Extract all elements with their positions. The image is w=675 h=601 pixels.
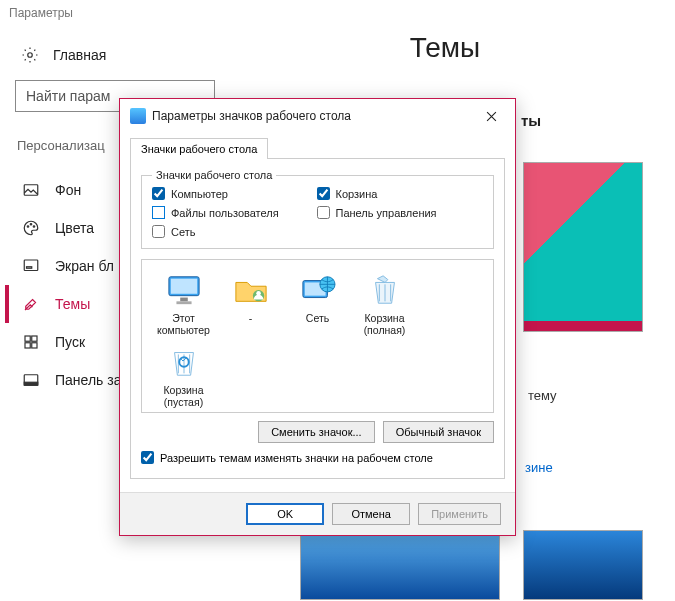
checkbox-label: Файлы пользователя	[171, 207, 279, 219]
icon-recyclebin-empty[interactable]: Корзина(пустая)	[150, 344, 217, 408]
icon-user-files[interactable]: -	[217, 272, 284, 336]
icon-label: Сеть	[306, 312, 329, 336]
tab-desktop-icons[interactable]: Значки рабочего стола	[130, 138, 268, 159]
restore-icon-button[interactable]: Обычный значок	[383, 421, 494, 443]
store-link-fragment[interactable]: зине	[525, 460, 553, 475]
sidebar-item-label: Цвета	[55, 220, 94, 236]
cancel-button[interactable]: Отмена	[332, 503, 410, 525]
change-icon-button[interactable]: Сменить значок...	[258, 421, 375, 443]
checkbox-input[interactable]	[152, 187, 165, 200]
icon-label: -	[249, 312, 253, 336]
sidebar-item-label: Экран бл	[55, 258, 114, 274]
checkbox-computer[interactable]: Компьютер	[152, 187, 313, 200]
checkbox-input[interactable]	[317, 187, 330, 200]
truncated-heading: ты	[521, 112, 541, 129]
themes-icon	[21, 295, 41, 313]
page-title: Темы	[220, 32, 670, 64]
checkbox-userfiles[interactable]: Файлы пользователя	[152, 206, 313, 219]
allow-themes-checkbox[interactable]: Разрешить темам изменять значки на рабоч…	[141, 451, 494, 464]
bin-empty-icon	[164, 344, 204, 380]
sidebar-item-label: Фон	[55, 182, 81, 198]
checkbox-label: Сеть	[171, 226, 195, 238]
svg-rect-6	[27, 267, 32, 269]
desktop-icons-dialog: Параметры значков рабочего стола Значки …	[119, 98, 516, 536]
checkbox-recyclebin[interactable]: Корзина	[317, 187, 478, 200]
theme-preview-image	[523, 162, 643, 332]
svg-point-0	[28, 53, 33, 58]
folder-icon	[231, 272, 271, 308]
start-icon	[21, 333, 41, 351]
icon-preview-grid: Этоткомпьютер - Сеть Корзина(полная)	[141, 259, 494, 413]
theme-thumbnail[interactable]	[523, 530, 643, 600]
dialog-title: Параметры значков рабочего стола	[152, 109, 477, 123]
svg-rect-16	[176, 301, 191, 304]
picture-icon	[21, 181, 41, 199]
icon-label: Этоткомпьютер	[157, 312, 210, 336]
icon-spacer	[418, 272, 485, 336]
close-button[interactable]	[477, 106, 505, 126]
palette-icon	[21, 219, 41, 237]
svg-point-2	[27, 226, 29, 228]
svg-rect-15	[180, 298, 188, 302]
gear-icon	[21, 46, 41, 64]
monitor-icon	[164, 272, 204, 308]
svg-rect-9	[25, 343, 30, 348]
checkbox-label: Разрешить темам изменять значки на рабоч…	[160, 452, 433, 464]
checkbox-label: Компьютер	[171, 188, 228, 200]
desktop-icons-group: Значки рабочего стола Компьютер Корзина …	[141, 169, 494, 249]
dialog-titlebar: Параметры значков рабочего стола	[120, 99, 515, 133]
icon-this-pc[interactable]: Этоткомпьютер	[150, 272, 217, 336]
icon-network[interactable]: Сеть	[284, 272, 351, 336]
checkbox-label: Корзина	[336, 188, 378, 200]
icon-label: Корзина(полная)	[364, 312, 406, 336]
sidebar-item-label: Темы	[55, 296, 90, 312]
checkbox-label: Панель управления	[336, 207, 437, 219]
svg-rect-14	[170, 279, 196, 294]
bin-full-icon	[365, 272, 405, 308]
svg-point-3	[30, 224, 32, 226]
checkbox-input[interactable]	[152, 206, 165, 219]
close-icon	[486, 111, 497, 122]
home-label: Главная	[53, 47, 106, 63]
svg-rect-1	[24, 185, 38, 196]
checkbox-input[interactable]	[152, 225, 165, 238]
svg-rect-8	[32, 336, 37, 341]
checkbox-input[interactable]	[141, 451, 154, 464]
taskbar-icon	[21, 371, 41, 389]
home-nav[interactable]: Главная	[15, 46, 210, 64]
checkbox-input[interactable]	[317, 206, 330, 219]
globe-monitor-icon	[298, 272, 338, 308]
search-placeholder: Найти парам	[26, 88, 110, 104]
dialog-icon	[130, 108, 146, 124]
icon-recyclebin-full[interactable]: Корзина(полная)	[351, 272, 418, 336]
checkbox-controlpanel[interactable]: Панель управления	[317, 206, 478, 219]
checkbox-network[interactable]: Сеть	[152, 225, 313, 238]
svg-rect-10	[32, 343, 37, 348]
svg-rect-12	[24, 382, 38, 385]
apply-button[interactable]: Применить	[418, 503, 501, 525]
svg-rect-5	[24, 260, 38, 271]
icon-label: Корзина(пустая)	[164, 384, 204, 408]
ok-button[interactable]: OK	[246, 503, 324, 525]
svg-rect-7	[25, 336, 30, 341]
svg-point-4	[33, 226, 35, 228]
lockscreen-icon	[21, 257, 41, 275]
truncated-text: тему	[528, 388, 557, 403]
dialog-footer: OK Отмена Применить	[120, 492, 515, 535]
theme-thumbnail[interactable]	[300, 530, 500, 600]
sidebar-item-label: Панель за	[55, 372, 121, 388]
sidebar-item-label: Пуск	[55, 334, 85, 350]
group-legend: Значки рабочего стола	[152, 169, 276, 181]
window-title: Параметры	[5, 0, 670, 26]
